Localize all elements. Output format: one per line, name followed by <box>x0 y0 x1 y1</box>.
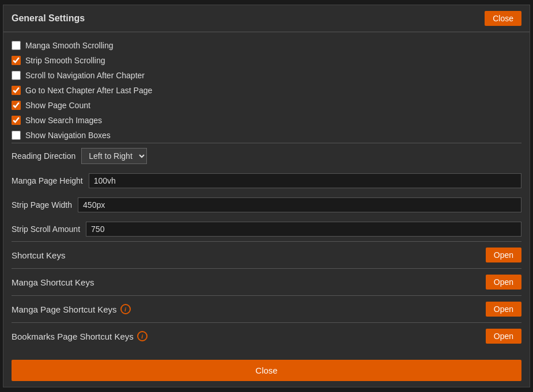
manga-smooth-scrolling-label: Manga Smooth Scrolling <box>25 41 114 50</box>
bookmarks-page-shortcut-keys-label: Bookmarks Page Shortcut Keys <box>12 332 134 341</box>
show-page-count-label: Show Page Count <box>25 101 90 110</box>
strip-page-width-input[interactable] <box>78 197 521 212</box>
manga-page-shortcut-keys-label: Manga Page Shortcut Keys <box>12 305 117 314</box>
manga-smooth-scrolling-checkbox[interactable] <box>12 41 21 50</box>
general-settings-modal: General Settings Close Manga Smooth Scro… <box>3 5 530 387</box>
scroll-to-navigation-checkbox[interactable] <box>12 71 21 80</box>
reading-direction-row: Reading Direction Left to Right Right to… <box>12 143 521 169</box>
shortcut-keys-section: Shortcut Keys Open <box>12 241 521 268</box>
modal-title: General Settings <box>12 13 85 24</box>
bookmarks-page-shortcut-keys-section: Bookmarks Page Shortcut Keys i Open <box>12 322 521 349</box>
manga-page-shortcut-keys-label-wrap: Manga Page Shortcut Keys i <box>12 304 131 314</box>
reading-direction-label: Reading Direction <box>12 151 75 161</box>
manga-page-height-label: Manga Page Height <box>12 176 83 185</box>
show-navigation-boxes-label: Show Navigation Boxes <box>25 131 111 140</box>
bookmarks-page-shortcut-keys-open-button[interactable]: Open <box>486 329 521 344</box>
manga-page-shortcut-keys-info-icon[interactable]: i <box>120 304 131 314</box>
strip-smooth-scrolling-checkbox[interactable] <box>12 56 21 65</box>
manga-page-shortcut-keys-open-button[interactable]: Open <box>486 302 521 317</box>
show-navigation-boxes-checkbox[interactable] <box>12 131 21 140</box>
manga-shortcut-keys-section: Manga Shortcut Keys Open <box>12 268 521 295</box>
checkbox-row-show-search-images: Show Search Images <box>12 113 521 128</box>
go-to-next-chapter-label: Go to Next Chapter After Last Page <box>25 86 152 95</box>
bookmarks-page-shortcut-keys-label-wrap: Bookmarks Page Shortcut Keys i <box>12 331 148 341</box>
show-page-count-checkbox[interactable] <box>12 101 21 110</box>
show-search-images-label: Show Search Images <box>25 116 102 125</box>
bookmarks-page-shortcut-keys-info-icon[interactable]: i <box>137 331 148 341</box>
modal-header: General Settings Close <box>3 5 530 32</box>
footer-close-button[interactable]: Close <box>12 360 521 381</box>
manga-page-shortcut-keys-section: Manga Page Shortcut Keys i Open <box>12 295 521 322</box>
manga-page-height-row: Manga Page Height <box>12 169 521 193</box>
shortcut-keys-label: Shortcut Keys <box>12 250 65 260</box>
manga-shortcut-keys-open-button[interactable]: Open <box>486 275 521 290</box>
checkbox-row-show-page-count: Show Page Count <box>12 98 521 113</box>
checkboxes-section: Manga Smooth Scrolling Strip Smooth Scro… <box>12 38 521 143</box>
checkbox-row-go-to-next-chapter: Go to Next Chapter After Last Page <box>12 83 521 98</box>
header-close-button[interactable]: Close <box>485 11 521 26</box>
show-search-images-checkbox[interactable] <box>12 116 21 125</box>
reading-direction-select[interactable]: Left to Right Right to Left <box>81 148 147 164</box>
checkbox-row-show-navigation-boxes: Show Navigation Boxes <box>12 128 521 143</box>
manga-page-height-input[interactable] <box>89 173 521 188</box>
checkbox-row-strip-smooth-scrolling: Strip Smooth Scrolling <box>12 53 521 68</box>
strip-page-width-label: Strip Page Width <box>12 200 72 210</box>
go-to-next-chapter-checkbox[interactable] <box>12 86 21 95</box>
manga-shortcut-keys-label: Manga Shortcut Keys <box>12 277 94 287</box>
modal-footer: Close <box>3 355 530 387</box>
checkbox-row-scroll-to-navigation: Scroll to Navigation After Chapter <box>12 68 521 83</box>
strip-scroll-amount-label: Strip Scroll Amount <box>12 224 80 234</box>
strip-page-width-row: Strip Page Width <box>12 193 521 217</box>
strip-smooth-scrolling-label: Strip Smooth Scrolling <box>25 56 105 65</box>
strip-scroll-amount-row: Strip Scroll Amount <box>12 217 521 241</box>
shortcut-keys-open-button[interactable]: Open <box>486 248 521 262</box>
checkbox-row-manga-smooth-scrolling: Manga Smooth Scrolling <box>12 38 521 53</box>
scroll-to-navigation-label: Scroll to Navigation After Chapter <box>25 71 145 80</box>
settings-body: Manga Smooth Scrolling Strip Smooth Scro… <box>3 32 530 355</box>
strip-scroll-amount-input[interactable] <box>86 222 521 237</box>
